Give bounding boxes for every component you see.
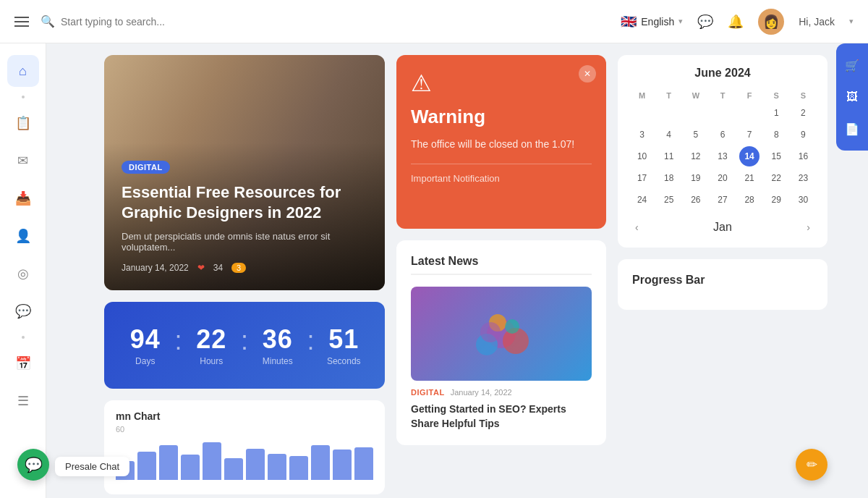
calendar-grid: MTWTFSS	[629, 88, 816, 103]
calendar-day[interactable]: 21	[739, 168, 760, 188]
main-column-2: ✕ ⚠ Warning The office will be closed on…	[396, 55, 606, 494]
calendar-day[interactable]: 27	[712, 190, 733, 210]
sidebar-item-send[interactable]: ✉	[7, 145, 39, 177]
calendar-day[interactable]: 11	[659, 146, 679, 166]
nav-right: 🇬🇧 English ▾ 💬 🔔 👩 Hi, Jack ▾	[621, 9, 854, 35]
chart-bar	[354, 447, 373, 480]
chart-title: mn Chart	[116, 410, 373, 422]
minutes-value: 36	[251, 324, 304, 355]
gallery-icon[interactable]: 🖼	[836, 81, 868, 113]
calendar-day[interactable]: 29	[766, 190, 786, 210]
top-navigation: 🔍 🇬🇧 English ▾ 💬 🔔 👩 Hi, Jack ▾	[0, 0, 868, 43]
sidebar-item-wifi[interactable]: ◎	[7, 258, 39, 290]
sidebar-item-users[interactable]: 👤	[7, 220, 39, 252]
document-icon[interactable]: 📄	[836, 113, 868, 145]
calendar-day[interactable]: 26	[686, 190, 706, 210]
days-label: Days	[119, 356, 171, 366]
calendar-day[interactable]: 30	[793, 190, 813, 210]
calendar-day[interactable]: 17	[632, 168, 652, 188]
calendar-day[interactable]: 28	[739, 190, 760, 210]
calendar-day[interactable]: 1	[766, 103, 786, 123]
calendar-day[interactable]: 8	[766, 124, 786, 145]
digital-badge: DIGITAL	[122, 161, 170, 174]
calendar-day[interactable]: 9	[793, 124, 813, 145]
countdown-seconds: 51 Seconds	[318, 324, 370, 366]
calendar-day	[739, 103, 760, 123]
calendar-day[interactable]: 12	[686, 146, 706, 166]
calendar-day[interactable]: 7	[739, 124, 760, 145]
calendar-day[interactable]: 5	[686, 124, 706, 145]
warning-footer: Important Notification	[411, 173, 592, 184]
calendar-day[interactable]: 10	[632, 146, 652, 166]
chat-bubble[interactable]: 💬	[17, 449, 49, 481]
calendar-day-label: F	[737, 88, 762, 103]
search-input[interactable]	[61, 16, 330, 28]
chat-icon[interactable]: 💬	[697, 14, 713, 30]
calendar-day	[712, 103, 733, 123]
chart-card: mn Chart 60	[104, 400, 385, 494]
sidebar-dot-2	[22, 336, 25, 339]
warning-divider	[411, 164, 592, 164]
sidebar-item-home[interactable]: ⌂	[7, 55, 39, 87]
news-image-svg	[458, 297, 545, 370]
hero-likes: 34	[213, 263, 223, 273]
calendar-day-label: S	[791, 88, 816, 103]
user-greeting[interactable]: Hi, Jack	[799, 16, 835, 28]
edit-fab[interactable]: ✏	[796, 449, 827, 481]
sidebar-item-calendar[interactable]: 📅	[7, 347, 39, 379]
calendar-day[interactable]: 20	[712, 168, 733, 188]
calendar-day[interactable]: 15	[766, 146, 786, 166]
chart-bar	[268, 454, 286, 480]
calendar-day[interactable]: 19	[686, 168, 706, 188]
hours-value: 22	[185, 324, 238, 355]
calendar-day[interactable]: 2	[793, 103, 813, 123]
chart-bar	[181, 455, 200, 480]
calendar-day[interactable]: 23	[793, 168, 813, 188]
calendar-day[interactable]: 4	[659, 124, 679, 145]
language-chevron: ▾	[678, 17, 683, 26]
calendar-day[interactable]: 6	[712, 124, 733, 145]
calendar-day[interactable]: 14	[739, 146, 760, 166]
calendar-days: 1234567891011121314151617181920212223242…	[629, 103, 816, 210]
sidebar-item-chat[interactable]: 💬	[7, 295, 39, 327]
language-selector[interactable]: 🇬🇧 English ▾	[621, 14, 683, 30]
main-column-1: DIGITAL Essential Free Resources for Gra…	[104, 55, 385, 494]
hamburger-menu[interactable]	[14, 17, 29, 27]
sep-3: :	[304, 326, 317, 356]
calendar-nav-label: Jan	[713, 221, 732, 234]
sep-1: :	[171, 326, 184, 356]
calendar-day[interactable]: 22	[766, 168, 786, 188]
calendar-day-label: T	[656, 88, 681, 103]
language-label: English	[641, 16, 674, 28]
hero-comments: 3	[231, 263, 246, 273]
chart-bar	[289, 456, 308, 480]
sidebar-item-inbox[interactable]: 📥	[7, 182, 39, 214]
calendar-day[interactable]: 16	[793, 146, 813, 166]
hero-description: Dem ut perspiciatis unde omnis iste natu…	[122, 231, 367, 253]
calendar-day	[686, 103, 706, 123]
calendar-prev[interactable]: ‹	[629, 219, 644, 236]
presale-chat-label: Presale Chat	[55, 457, 129, 476]
notification-icon[interactable]: 🔔	[728, 14, 744, 30]
calendar-day[interactable]: 24	[632, 190, 652, 210]
news-divider	[411, 274, 592, 275]
calendar-day-label: T	[710, 88, 735, 103]
warning-icon: ⚠	[411, 69, 592, 97]
calendar-day[interactable]: 3	[632, 124, 652, 145]
sidebar-item-list[interactable]: ☰	[7, 385, 39, 417]
heart-icon: ❤	[197, 263, 205, 273]
warning-close-button[interactable]: ✕	[579, 65, 596, 83]
calendar-next[interactable]: ›	[801, 219, 816, 236]
calendar-day[interactable]: 18	[659, 168, 679, 188]
sidebar-item-clipboard[interactable]: 📋	[7, 107, 39, 139]
hero-card: DIGITAL Essential Free Resources for Gra…	[104, 55, 385, 290]
progress-bar-title: Progress Bar	[632, 274, 813, 287]
calendar-day[interactable]: 13	[712, 146, 733, 166]
hero-meta: January 14, 2022 ❤ 34 3	[122, 263, 367, 273]
minutes-label: Minutes	[251, 356, 304, 366]
calendar-day[interactable]: 25	[659, 190, 679, 210]
news-headline: Getting Started in SEO? Experts Share He…	[411, 402, 592, 431]
avatar: 👩	[758, 9, 784, 35]
cart-icon[interactable]: 🛒	[836, 49, 868, 81]
hero-date: January 14, 2022	[122, 263, 189, 273]
